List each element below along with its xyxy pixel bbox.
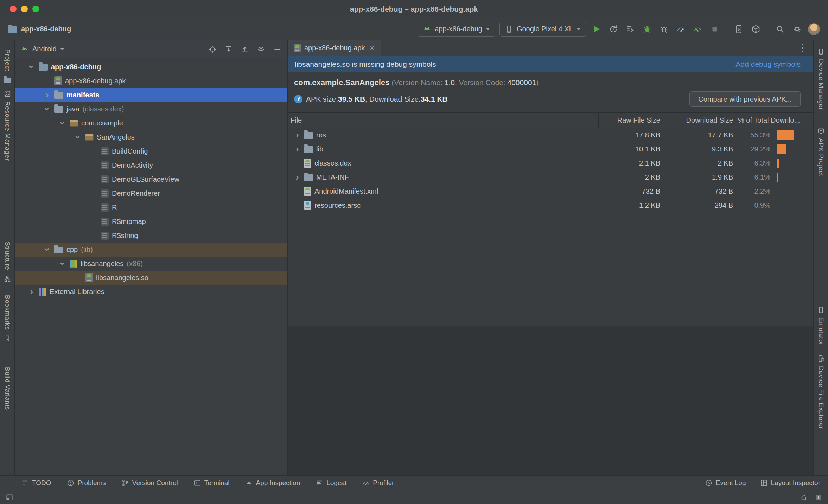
tool-tab-resource-manager[interactable]: Resource Manager bbox=[4, 101, 11, 161]
tree-item-r-string[interactable]: R$string bbox=[15, 228, 287, 243]
tool-tab-problems[interactable]: Problems bbox=[67, 479, 106, 487]
tool-tab-logcat[interactable]: Logcat bbox=[316, 479, 346, 487]
chevron-down-icon bbox=[486, 28, 490, 30]
tool-tab-project[interactable]: Project bbox=[4, 49, 11, 71]
tree-item-sanangeles[interactable]: › SanAngeles bbox=[15, 130, 287, 144]
debug-button[interactable] bbox=[641, 23, 654, 35]
add-debug-symbols-link[interactable]: Add debug symbols bbox=[736, 60, 801, 69]
apply-changes-button[interactable] bbox=[607, 23, 620, 35]
column-header-download-size[interactable]: Download Size bbox=[664, 113, 737, 128]
sdk-manager-icon[interactable] bbox=[750, 23, 762, 35]
stop-button[interactable] bbox=[708, 23, 721, 35]
tab-app-x86-debug-apk[interactable]: app-x86-debug.apk × bbox=[288, 40, 381, 56]
tool-tab-bookmarks[interactable]: Bookmarks bbox=[4, 295, 11, 330]
tree-item-demoglsurfaceview[interactable]: DemoGLSurfaceView bbox=[15, 172, 287, 186]
emulator-icon[interactable] bbox=[817, 306, 825, 314]
device-file-explorer-icon[interactable] bbox=[817, 355, 825, 362]
project-view-selector[interactable]: Android bbox=[32, 45, 57, 53]
chevron-expanded-icon[interactable]: › bbox=[25, 60, 39, 74]
tree-item-libsanangeles[interactable]: › libsanangeles (x86) bbox=[15, 257, 287, 271]
chevron-expanded-icon[interactable]: › bbox=[56, 257, 70, 271]
tree-item-r[interactable]: R bbox=[15, 200, 287, 214]
run-button[interactable] bbox=[590, 23, 603, 35]
column-header-percent[interactable]: % of Total Downlo... bbox=[737, 113, 813, 128]
chevron-collapsed-icon[interactable]: › bbox=[291, 142, 304, 156]
tool-tab-version-control[interactable]: Version Control bbox=[121, 479, 178, 487]
expand-all-icon[interactable] bbox=[224, 45, 233, 54]
tree-item-manifests[interactable]: › manifests bbox=[15, 88, 287, 102]
run-configuration-select[interactable]: app-x86-debug bbox=[418, 22, 495, 37]
tree-item-java[interactable]: › java (classes.dex) bbox=[15, 102, 287, 116]
device-manager-icon[interactable] bbox=[733, 23, 745, 35]
tree-item-app-x86-debug[interactable]: › app-x86-debug bbox=[15, 60, 287, 74]
tree-item-r-mipmap[interactable]: R$mipmap bbox=[15, 214, 287, 228]
close-window-button[interactable] bbox=[10, 6, 17, 12]
chevron-collapsed-icon[interactable]: › bbox=[40, 88, 54, 102]
tool-tab-todo[interactable]: TODO bbox=[21, 479, 51, 487]
tool-tab-emulator[interactable]: Emulator bbox=[817, 317, 825, 345]
search-icon[interactable] bbox=[774, 23, 786, 35]
toolwindow-toggle-icon[interactable] bbox=[6, 493, 13, 501]
tool-tab-build-variants[interactable]: Build Variants bbox=[4, 367, 11, 410]
zoom-window-button[interactable] bbox=[32, 6, 39, 12]
structure-icon[interactable] bbox=[4, 275, 11, 282]
chevron-collapsed-icon[interactable]: › bbox=[291, 170, 304, 184]
tool-tab-terminal[interactable]: Terminal bbox=[193, 479, 230, 487]
tool-tab-device-file-explorer[interactable]: Device File Explorer bbox=[817, 366, 825, 429]
toolbar-project-name[interactable]: app-x86-debug bbox=[21, 25, 71, 33]
tree-item-app-x86-debug-apk[interactable]: app-x86-debug.apk bbox=[15, 74, 287, 88]
tree-item-libsanangeles-so[interactable]: libsanangeles.so bbox=[15, 271, 287, 285]
table-row-lib[interactable]: ›lib 10.1 KB 9.3 KB 29.2% bbox=[288, 142, 813, 156]
device-manager-icon[interactable] bbox=[817, 48, 825, 56]
tree-item-cpp[interactable]: › cpp (lib) bbox=[15, 243, 287, 257]
tab-options-icon[interactable]: ⋮ bbox=[792, 43, 813, 53]
attach-debugger-button[interactable] bbox=[658, 23, 670, 35]
avatar[interactable] bbox=[808, 23, 820, 35]
chevron-expanded-icon[interactable]: › bbox=[40, 102, 54, 116]
tree-item-demoactivity[interactable]: DemoActivity bbox=[15, 158, 287, 172]
chevron-collapsed-icon[interactable]: › bbox=[291, 128, 304, 142]
profile-button[interactable] bbox=[675, 23, 687, 35]
minimize-window-button[interactable] bbox=[21, 6, 28, 12]
column-header-raw-size[interactable]: Raw File Size bbox=[598, 113, 664, 128]
panel-settings-icon[interactable] bbox=[256, 45, 266, 54]
chevron-expanded-icon[interactable]: › bbox=[56, 116, 70, 130]
table-row-res[interactable]: ›res 17.8 KB 17.7 KB 55.3% bbox=[288, 128, 813, 142]
device-select[interactable]: Google Pixel 4 XL bbox=[499, 22, 586, 37]
resource-manager-icon[interactable] bbox=[4, 90, 11, 98]
tool-tab-apk-project[interactable]: APK Project bbox=[817, 138, 825, 176]
bookmarks-icon[interactable] bbox=[4, 335, 11, 342]
lock-icon[interactable] bbox=[800, 493, 808, 501]
table-row-androidmanifest[interactable]: AndroidManifest.xml 732 B 732 B 2.2% bbox=[288, 184, 813, 198]
tool-tab-structure[interactable]: Structure bbox=[4, 241, 11, 270]
tree-item-demorenderer[interactable]: DemoRenderer bbox=[15, 186, 287, 200]
table-row-classes-dex[interactable]: classes.dex 2.1 KB 2 KB 6.3% bbox=[288, 156, 813, 170]
tool-tab-layout-inspector[interactable]: Layout Inspector bbox=[760, 479, 820, 487]
table-row-resources-arsc[interactable]: resources.arsc 1.2 KB 294 B 0.9% bbox=[288, 198, 813, 212]
tool-tab-profiler[interactable]: Profiler bbox=[362, 479, 394, 487]
fatal-errors-icon[interactable] bbox=[815, 493, 822, 501]
table-row-meta-inf[interactable]: ›META-INF 2 KB 1.9 KB 6.1% bbox=[288, 170, 813, 184]
tree-item-com-example[interactable]: › com.example bbox=[15, 116, 287, 130]
tool-tab-device-manager[interactable]: Device Manager bbox=[817, 59, 825, 110]
tool-tab-app-inspection[interactable]: App Inspection bbox=[245, 479, 300, 487]
profile-low-overhead-button[interactable] bbox=[692, 23, 704, 35]
column-header-file[interactable]: File bbox=[288, 113, 598, 128]
settings-gear-icon[interactable] bbox=[791, 23, 803, 35]
close-tab-icon[interactable]: × bbox=[370, 44, 374, 52]
hide-panel-icon[interactable] bbox=[273, 45, 282, 54]
tree-item-label: R$mipmap bbox=[112, 218, 146, 226]
tool-tab-event-log[interactable]: Event Log bbox=[705, 479, 746, 487]
chevron-collapsed-icon[interactable]: › bbox=[25, 285, 39, 299]
compare-apk-button[interactable]: Compare with previous APK... bbox=[689, 91, 801, 107]
apply-code-changes-button[interactable] bbox=[624, 23, 637, 35]
chevron-expanded-icon[interactable]: › bbox=[71, 130, 85, 144]
locate-file-icon[interactable] bbox=[208, 45, 217, 54]
project-toolwindow-icon[interactable] bbox=[4, 78, 11, 83]
tree-item-buildconfig[interactable]: BuildConfig bbox=[15, 144, 287, 158]
apk-project-icon[interactable] bbox=[817, 127, 825, 135]
tree-item-external-libraries[interactable]: › External Libraries bbox=[15, 285, 287, 299]
chevron-expanded-icon[interactable]: › bbox=[40, 243, 54, 257]
project-panel-header: Android bbox=[15, 40, 287, 58]
collapse-all-icon[interactable] bbox=[240, 45, 249, 54]
